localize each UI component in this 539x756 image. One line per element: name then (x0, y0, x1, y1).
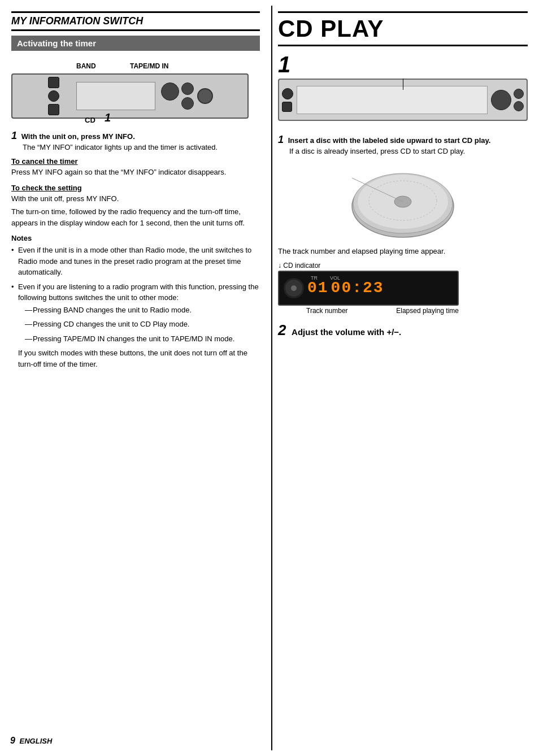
right-step2-text: Adjust the volume with +/−. (292, 327, 401, 337)
left-step1-body: The “MY INFO” indicator lights up and th… (23, 143, 260, 151)
device-image-left (11, 73, 249, 119)
cancel-heading: To cancel the timer (11, 157, 260, 166)
cd-disc-illustration (346, 161, 459, 240)
check-body2: The turn-on time, followed by the radio … (11, 206, 260, 228)
device-diagram-left: BAND TAPE/MD IN (11, 62, 260, 124)
cd-seg-display: 01 00:23 (307, 279, 453, 297)
notes-block: Notes Even if the unit is in a mode othe… (11, 234, 260, 370)
device-screen-right (297, 86, 488, 114)
check-heading: To check the setting (11, 184, 260, 192)
device-diagram-right (278, 79, 528, 129)
right-step1-bold: Insert a disc with the labeled side upwa… (288, 136, 491, 145)
cd-indicator-arrow: ↓ (278, 262, 283, 270)
notes-list: Even if the unit is in a mode other than… (11, 245, 260, 370)
tapemd-label: TAPE/MD IN (130, 62, 168, 70)
cancel-timer-block: To cancel the timer Press MY INFO again … (11, 157, 260, 178)
notes-heading: Notes (11, 234, 260, 242)
left-step1-block: 1 With the unit on, press MY INFO. The “… (11, 130, 260, 151)
page-number: 9 (10, 736, 15, 745)
note-item-1: Even if the unit is in a mode other than… (11, 245, 260, 278)
cd-play-title: CD PLAY (278, 15, 528, 42)
right-step1-block: 1 Insert a disc with the labeled side up… (278, 134, 528, 155)
elapsed-label: Elapsed playing time (396, 307, 459, 315)
right-step1-num: 1 (278, 134, 284, 145)
notes-sub-2: Pressing CD changes the unit to CD Play … (25, 319, 260, 330)
notes-sublist: Pressing BAND changes the unit to Radio … (18, 305, 260, 345)
left-step1-num: 1 (11, 130, 17, 141)
my-info-section-header: MY INFORMATION SWITCH (11, 11, 260, 31)
cd-disc-icon (284, 278, 304, 298)
cd-time: 00:23 (331, 279, 384, 297)
track-label: Track number (306, 307, 348, 315)
right-column: CD PLAY 1 (271, 6, 533, 750)
cd-indicator-label-text: CD indicator (283, 262, 320, 270)
cancel-body: Press MY INFO again so that the “MY INFO… (11, 167, 260, 178)
cd-disc-inner (291, 285, 297, 291)
note-item-2: Even if you are listening to a radio pro… (11, 281, 260, 370)
notes-sub-3: Pressing TAPE/MD IN changes the unit to … (25, 333, 260, 345)
right-step2-block: 2 Adjust the volume with +/−. (278, 321, 528, 339)
cd-step-number: 1 (105, 111, 111, 124)
band-label: BAND (76, 62, 96, 70)
my-info-title: MY INFORMATION SWITCH (11, 15, 260, 27)
right-step2-num: 2 (278, 321, 286, 338)
left-column: MY INFORMATION SWITCH Activating the tim… (6, 6, 271, 750)
page-footer: 9 ENGLISH (10, 736, 52, 746)
device-controls-right (161, 82, 194, 110)
cd-label-left: CD (85, 116, 95, 124)
note-item-2-text: Even if you are listening to a radio pro… (18, 283, 259, 302)
cd-tr-label: TR (311, 275, 318, 281)
check-body1: With the unit off, press MY INFO. (11, 193, 260, 205)
check-setting-block: To check the setting With the unit off, … (11, 184, 260, 229)
cd-track-num: 01 (307, 279, 329, 297)
right-big-step1: 1 (278, 52, 528, 77)
cd-indicator-label: ↓ CD indicator (278, 262, 528, 270)
cd-display-panel: TR VOL 01 00:23 (278, 271, 459, 306)
activating-banner: Activating the timer (11, 36, 260, 51)
activating-banner-text: Activating the timer (17, 38, 96, 48)
note-item-1-text: Even if the unit is in a mode other than… (18, 246, 251, 276)
right-step1-body: If a disc is already inserted, press CD … (289, 147, 528, 155)
appear-text: The track number and elapsed playing tim… (278, 246, 528, 257)
notes-tail: If you switch modes with these buttons, … (18, 347, 260, 370)
cd-play-section-header: CD PLAY (278, 11, 528, 46)
notes-sub-1: Pressing BAND changes the unit to Radio … (25, 305, 260, 316)
language-label: ENGLISH (20, 737, 53, 745)
cd-vol-label: VOL (330, 275, 340, 281)
panel-labels: Track number Elapsed playing time (278, 307, 459, 315)
left-step1-bold: With the unit on, press MY INFO. (21, 132, 135, 141)
cd-indicator-section: ↓ CD indicator TR VOL 01 00:23 Track num… (278, 262, 528, 315)
device-screen-left (76, 82, 155, 110)
